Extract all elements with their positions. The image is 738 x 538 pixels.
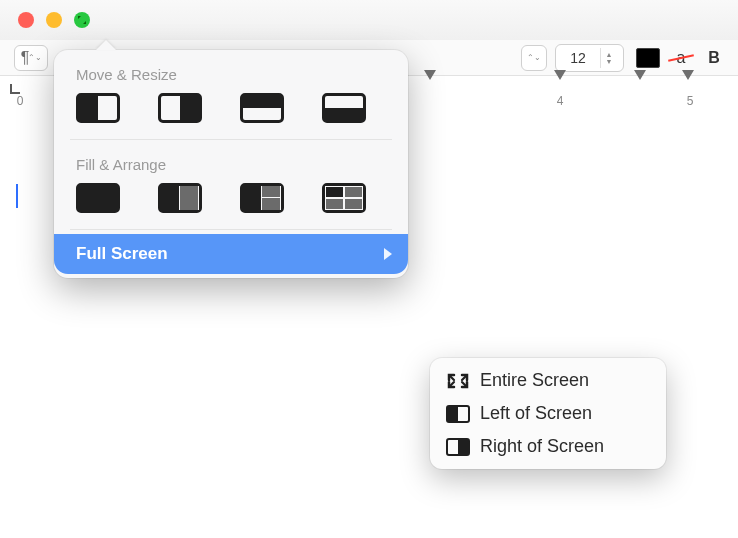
left-of-screen-icon: [446, 405, 470, 423]
move-resize-options: [54, 93, 408, 139]
arrange-two-button[interactable]: [158, 183, 202, 213]
full-screen-label: Full Screen: [76, 244, 168, 264]
font-size-stepper[interactable]: ▲▼: [600, 48, 617, 68]
arrange-four-button[interactable]: [322, 183, 366, 213]
submenu-label: Entire Screen: [480, 370, 589, 391]
triangle-down-icon: [554, 70, 566, 96]
submenu-label: Right of Screen: [480, 436, 604, 457]
window-arrange-popover: Move & Resize Fill & Arrange Full Screen: [54, 50, 408, 278]
right-of-screen-icon: [446, 438, 470, 456]
triangle-down-icon: [634, 70, 646, 96]
paragraph-style-button[interactable]: ¶⌃⌄: [14, 45, 48, 71]
arrange-three-button[interactable]: [240, 183, 284, 213]
font-family-dropdown[interactable]: ⌃⌄: [521, 45, 547, 71]
tab-stop-marker[interactable]: [554, 80, 566, 96]
fill-arrange-options: [54, 183, 408, 229]
stepper-icon: ⌃⌄: [29, 53, 41, 62]
triangle-down-icon: [424, 70, 436, 96]
full-screen-submenu: Entire Screen Left of Screen Right of Sc…: [430, 358, 666, 469]
tab-stop-marker[interactable]: [424, 80, 436, 96]
strikethrough-button[interactable]: a: [670, 49, 692, 67]
tab-stop-marker[interactable]: [634, 80, 646, 96]
chevron-right-icon: [384, 248, 392, 260]
submenu-item-entire-screen[interactable]: Entire Screen: [430, 364, 666, 397]
ruler-tick: 0: [17, 94, 24, 108]
move-top-half-button[interactable]: [240, 93, 284, 123]
window-titlebar: [0, 0, 738, 41]
text-cursor: [16, 184, 18, 208]
tab-stop-marker[interactable]: [682, 80, 694, 96]
minimize-button[interactable]: [46, 12, 62, 28]
section-title-move-resize: Move & Resize: [54, 50, 408, 93]
divider: [70, 229, 392, 230]
font-size-input[interactable]: [562, 49, 594, 67]
ruler-tick: 4: [557, 94, 564, 108]
traffic-lights: [18, 12, 90, 28]
font-size-field[interactable]: ▲▼: [555, 44, 624, 72]
ruler-indent-marker[interactable]: [10, 84, 20, 94]
section-title-fill-arrange: Fill & Arrange: [54, 140, 408, 183]
entire-screen-icon: [446, 372, 470, 390]
move-left-half-button[interactable]: [76, 93, 120, 123]
full-screen-menu-item[interactable]: Full Screen: [54, 234, 408, 274]
close-button[interactable]: [18, 12, 34, 28]
bold-button[interactable]: B: [704, 49, 724, 67]
move-bottom-half-button[interactable]: [322, 93, 366, 123]
text-color-swatch[interactable]: [636, 48, 660, 68]
fill-screen-button[interactable]: [76, 183, 120, 213]
submenu-item-right-of-screen[interactable]: Right of Screen: [430, 430, 666, 463]
move-right-half-button[interactable]: [158, 93, 202, 123]
submenu-item-left-of-screen[interactable]: Left of Screen: [430, 397, 666, 430]
submenu-label: Left of Screen: [480, 403, 592, 424]
ruler-tick: 5: [687, 94, 694, 108]
stepper-icon: ⌃⌄: [528, 53, 540, 62]
triangle-down-icon: [682, 70, 694, 96]
zoom-button[interactable]: [74, 12, 90, 28]
zoom-icon: [77, 15, 87, 25]
